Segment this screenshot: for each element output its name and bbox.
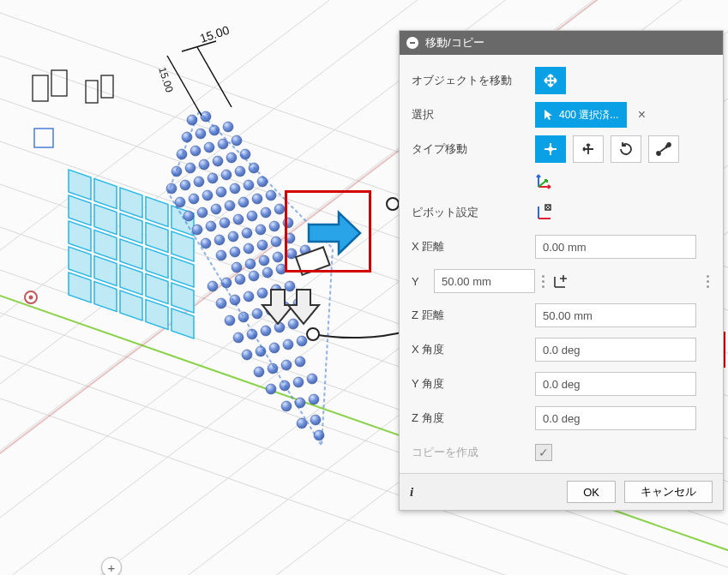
svg-rect-28 xyxy=(69,195,91,225)
free-move-icon xyxy=(543,141,558,157)
row-x-ang: X 角度 xyxy=(412,332,711,367)
svg-point-99 xyxy=(283,218,293,228)
y-angle-input[interactable] xyxy=(535,372,696,396)
row-triad xyxy=(412,166,711,195)
svg-point-96 xyxy=(242,228,252,238)
svg-point-137 xyxy=(269,343,280,353)
move-object-button[interactable] xyxy=(535,67,566,94)
svg-point-124 xyxy=(225,315,235,326)
triad-icon xyxy=(535,171,554,190)
svg-point-60 xyxy=(185,163,196,173)
svg-point-142 xyxy=(281,360,292,370)
svg-point-133 xyxy=(274,322,285,332)
svg-point-152 xyxy=(310,415,321,425)
translate-button[interactable] xyxy=(573,135,604,163)
svg-point-120 xyxy=(244,291,254,302)
create-copies-checkbox: ✓ xyxy=(535,444,552,461)
svg-point-103 xyxy=(257,240,268,250)
svg-rect-45 xyxy=(120,290,142,320)
add-fab-button[interactable]: + xyxy=(101,557,122,575)
pick-point-icon[interactable] xyxy=(551,272,570,290)
row-z-ang: Z 角度 xyxy=(412,401,711,435)
svg-point-100 xyxy=(216,250,226,261)
svg-point-151 xyxy=(297,418,307,428)
svg-point-57 xyxy=(218,139,228,149)
svg-point-58 xyxy=(232,135,242,146)
point-to-point-button[interactable] xyxy=(648,135,679,163)
svg-point-134 xyxy=(288,319,298,329)
svg-rect-43 xyxy=(69,273,91,302)
svg-point-150 xyxy=(309,394,319,404)
row-move-object: オブジェクトを移動 xyxy=(412,63,711,98)
label-z-dist: Z 距離 xyxy=(412,308,530,323)
svg-rect-161 xyxy=(33,75,48,101)
pivot-axes-icon[interactable] xyxy=(535,203,554,222)
svg-point-81 xyxy=(211,204,221,214)
label-x-ang: X 角度 xyxy=(412,342,530,357)
svg-point-74 xyxy=(202,190,213,201)
svg-rect-39 xyxy=(94,256,117,286)
info-icon[interactable]: i xyxy=(410,485,413,500)
svg-point-66 xyxy=(180,180,190,190)
svg-rect-41 xyxy=(146,274,168,304)
svg-point-98 xyxy=(269,221,280,231)
svg-point-70 xyxy=(235,166,245,177)
svg-point-105 xyxy=(285,233,295,243)
row-selection: 選択 400 選択済... × xyxy=(412,98,711,132)
label-y-dist: Y xyxy=(412,275,429,288)
x-distance-input[interactable] xyxy=(535,235,696,259)
svg-point-125 xyxy=(238,312,249,322)
svg-point-79 xyxy=(184,211,194,221)
svg-point-87 xyxy=(206,221,216,231)
clear-selection-button[interactable]: × xyxy=(634,107,649,123)
svg-point-68 xyxy=(208,173,218,183)
cancel-button[interactable]: キャンセル xyxy=(624,481,713,503)
move-copy-panel: 移動/コピー オブジェクトを移動 選択 400 選択済... × タイプ移動 xyxy=(399,30,724,511)
row-overflow-icon[interactable] xyxy=(705,275,711,288)
svg-rect-36 xyxy=(146,249,168,279)
svg-point-51 xyxy=(196,129,206,139)
ok-button[interactable]: OK xyxy=(567,481,616,503)
x-angle-input[interactable] xyxy=(535,338,696,362)
collapse-icon[interactable] xyxy=(406,37,418,49)
blue-direction-arrow xyxy=(309,213,360,254)
svg-point-148 xyxy=(281,401,292,411)
svg-point-115 xyxy=(249,271,259,281)
svg-rect-46 xyxy=(146,300,168,330)
z-angle-input[interactable] xyxy=(535,406,696,430)
label-selection: 選択 xyxy=(412,107,530,123)
y-menu-icon[interactable] xyxy=(540,275,546,288)
svg-point-62 xyxy=(213,156,223,166)
svg-point-104 xyxy=(271,237,281,247)
svg-point-112 xyxy=(208,281,218,291)
svg-point-89 xyxy=(233,214,244,225)
svg-line-172 xyxy=(538,180,547,187)
z-distance-input[interactable] xyxy=(535,303,696,327)
svg-point-90 xyxy=(247,211,257,221)
panel-header[interactable]: 移動/コピー xyxy=(400,31,723,55)
svg-rect-35 xyxy=(120,239,142,269)
y-distance-input[interactable] xyxy=(434,269,535,293)
svg-point-146 xyxy=(293,377,304,387)
svg-point-63 xyxy=(226,153,237,163)
rotate-button[interactable] xyxy=(611,135,641,163)
svg-rect-30 xyxy=(120,213,142,243)
svg-point-132 xyxy=(261,326,271,336)
svg-point-78 xyxy=(257,177,268,187)
svg-point-91 xyxy=(261,207,271,218)
svg-point-109 xyxy=(273,252,283,262)
label-x-dist: X 距離 xyxy=(412,239,530,255)
svg-point-84 xyxy=(252,194,262,204)
svg-point-101 xyxy=(230,247,240,257)
svg-point-77 xyxy=(244,180,254,190)
free-move-button[interactable] xyxy=(535,135,566,163)
svg-point-80 xyxy=(197,207,208,218)
selection-chip[interactable]: 400 選択済... xyxy=(535,102,627,128)
svg-point-135 xyxy=(242,350,252,360)
svg-point-53 xyxy=(223,122,233,132)
label-type-move: タイプ移動 xyxy=(412,141,530,157)
svg-line-158 xyxy=(197,47,232,107)
svg-point-94 xyxy=(214,235,225,245)
translate-icon xyxy=(581,141,596,157)
label-create-copies: コピーを作成 xyxy=(412,445,530,460)
